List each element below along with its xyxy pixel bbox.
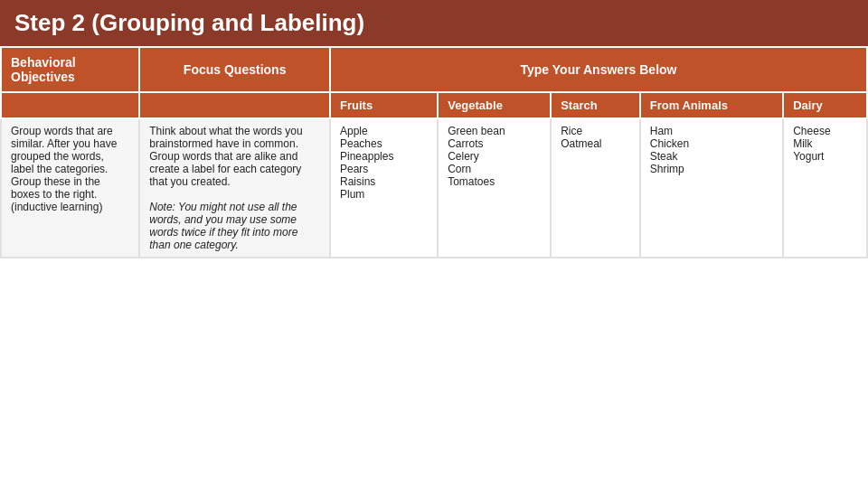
fruits-item: Peaches (340, 137, 428, 150)
header-behavioral: Behavioral Objectives (1, 47, 139, 92)
from-animals-content: HamChickenSteakShrimp (640, 118, 783, 258)
from-animals-item: Ham (650, 125, 773, 137)
from-animals-item: Shrimp (650, 163, 773, 175)
dairy-item: Milk (793, 137, 857, 150)
vegetable-item: Green bean (448, 125, 541, 137)
focus-note: Note: You might not use all the words, a… (149, 201, 297, 251)
subheader-fruits: Fruits (330, 92, 438, 118)
main-table: Behavioral Objectives Focus Questions Ty… (0, 46, 868, 258)
fruits-item: Plum (340, 188, 428, 201)
subheader-empty-focus (139, 92, 330, 118)
dairy-item: Cheese (793, 125, 857, 137)
vegetable-content: Green beanCarrotsCeleryCornTomatoes (438, 118, 551, 258)
sub-header-row: Fruits Vegetable Starch From Animals Dai… (1, 92, 867, 118)
dairy-content: CheeseMilkYogurt (783, 118, 867, 258)
fruits-item: Pineapples (340, 150, 428, 163)
starch-content: RiceOatmeal (551, 118, 640, 258)
page-title: Step 2 (Grouping and Labeling) (0, 0, 868, 46)
behavioral-content: Group words that are similar. After you … (1, 118, 139, 258)
from-animals-item: Steak (650, 150, 773, 163)
content-row: Group words that are similar. After you … (1, 118, 867, 258)
subheader-starch: Starch (551, 92, 640, 118)
from-animals-item: Chicken (650, 137, 773, 150)
fruits-content: ApplePeachesPineapplesPearsRaisinsPlum (330, 118, 438, 258)
fruits-item: Pears (340, 163, 428, 175)
dairy-item: Yogurt (793, 150, 857, 163)
subheader-empty-behavioral (1, 92, 139, 118)
starch-item: Rice (561, 125, 630, 137)
focus-text-1: Think about what the words you brainstor… (149, 125, 302, 188)
fruits-item: Raisins (340, 175, 428, 188)
subheader-vegetable: Vegetable (438, 92, 551, 118)
header-focus: Focus Questions (139, 47, 330, 92)
fruits-item: Apple (340, 125, 428, 137)
vegetable-item: Corn (448, 163, 541, 175)
header-row: Behavioral Objectives Focus Questions Ty… (1, 47, 867, 92)
vegetable-item: Carrots (448, 137, 541, 150)
vegetable-item: Tomatoes (448, 175, 541, 188)
starch-item: Oatmeal (561, 137, 630, 150)
subheader-from-animals: From Animals (640, 92, 783, 118)
vegetable-item: Celery (448, 150, 541, 163)
focus-content: Think about what the words you brainstor… (139, 118, 330, 258)
header-type-answers: Type Your Answers Below (330, 47, 867, 92)
subheader-dairy: Dairy (783, 92, 867, 118)
